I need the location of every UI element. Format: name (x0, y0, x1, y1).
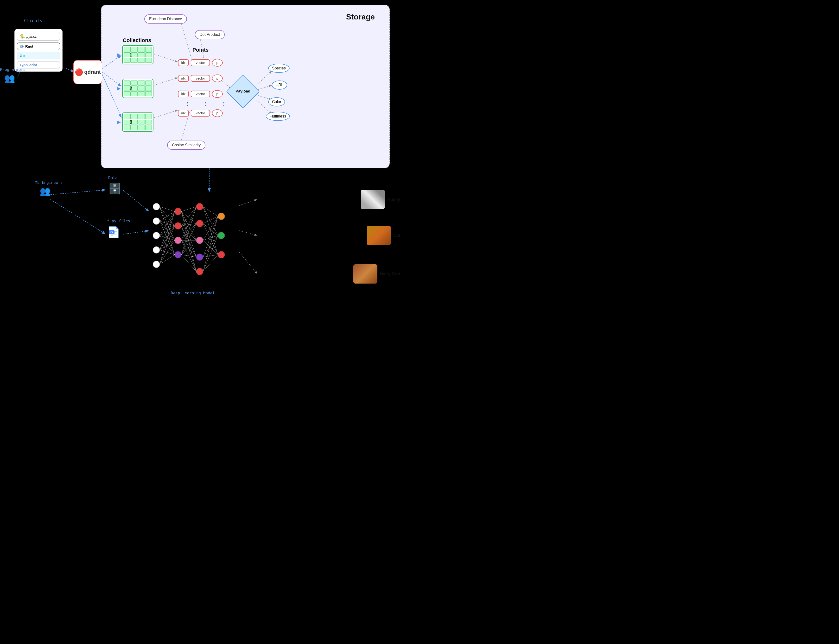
arrow-c2: ▶ (117, 86, 121, 91)
svg-point-34 (175, 237, 181, 244)
husky-image (361, 190, 385, 209)
ts-label: TypeScript (20, 63, 37, 67)
clients-panel: 🐍 python ⚙️ Rust Go TypeScript (15, 29, 63, 72)
storage-label: Storage (346, 13, 375, 21)
point-vector-1: vector (191, 59, 210, 66)
svg-point-38 (196, 237, 203, 244)
svg-line-44 (160, 207, 175, 212)
collection-2-grid (122, 79, 153, 98)
species-label: Species (272, 66, 286, 70)
grid-cell (131, 47, 138, 52)
svg-point-40 (196, 268, 203, 275)
grid-cell (131, 91, 138, 96)
neural-network (147, 187, 243, 284)
dot-2: ⋮ (203, 101, 208, 107)
svg-line-82 (181, 255, 196, 257)
svg-line-23 (123, 231, 149, 234)
svg-point-31 (153, 261, 160, 268)
clients-label: Clients (24, 18, 42, 23)
result-cow: Hairy Coo (353, 264, 400, 284)
svg-line-60 (160, 212, 175, 264)
point-p-4: p (212, 109, 223, 117)
point-row-2: idx vector p (178, 74, 223, 82)
payload-diamond: Payload (231, 79, 255, 104)
payload-fluffiness: Fluffiness (266, 112, 290, 121)
ml-engineers-label: ML Engineers (35, 180, 63, 185)
grid-cell (145, 58, 152, 63)
grid-cell (138, 91, 145, 96)
grid-cell (124, 58, 130, 63)
svg-line-70 (181, 223, 196, 226)
client-rust: ⚙️ Rust (17, 43, 60, 50)
collection-1-number: 1 (129, 52, 132, 58)
point-p-3: p (212, 90, 223, 98)
fluffiness-label: Fluffiness (270, 114, 286, 118)
py-files-label: *.py files (107, 219, 130, 223)
grid-cell (124, 114, 130, 119)
dot-3: ⋮ (221, 101, 226, 107)
euclidean-label: Euclidean Distance (149, 17, 182, 21)
dot-label: Dot Product (199, 33, 220, 36)
svg-line-20 (51, 190, 106, 195)
grid-cell (145, 114, 152, 119)
programmers-icon: 👥 (4, 73, 15, 84)
svg-line-91 (203, 235, 218, 240)
qdrant-box: 🔴 qdrant (73, 60, 102, 84)
grid-cell (145, 120, 152, 125)
grid-cell (138, 58, 145, 63)
svg-line-77 (181, 240, 196, 257)
svg-line-88 (203, 223, 218, 235)
point-row-1: idx vector p (178, 59, 223, 67)
grid-cell (131, 58, 138, 63)
svg-line-94 (203, 235, 218, 257)
arrow-c3: ▶ (117, 120, 121, 125)
cosine-metric: Cosine Similarity (167, 141, 205, 150)
grid-cell (124, 47, 130, 52)
py-badge: PY (109, 230, 114, 234)
grid-cell (124, 125, 130, 130)
svg-line-69 (181, 207, 196, 226)
grid-cell (138, 120, 145, 125)
client-go: Go (17, 52, 60, 59)
svg-point-32 (175, 208, 181, 215)
collection-3-wrapper: ▶ 3 (117, 112, 153, 132)
collection-1-wrapper: ▶ 1 (117, 45, 153, 64)
url-label: URL (276, 83, 284, 87)
svg-point-37 (196, 220, 203, 227)
svg-point-35 (175, 251, 181, 258)
rust-label: Rust (25, 44, 33, 48)
grid-cell (131, 114, 138, 119)
rust-icon: ⚙️ (20, 44, 24, 48)
grid-cell (138, 125, 145, 130)
collections-label: Collections (123, 37, 151, 43)
euclidean-metric: Euclidean Distance (144, 15, 187, 23)
grid-cell (145, 80, 152, 85)
grid-cell (124, 80, 130, 85)
svg-point-28 (153, 218, 160, 224)
grid-cell (145, 53, 152, 58)
grid-cell (131, 80, 138, 85)
grid-cell (124, 91, 130, 96)
color-label: Color (272, 100, 281, 104)
payload-species: Species (268, 64, 290, 73)
svg-line-22 (123, 190, 149, 212)
point-row-3: idx vector p (178, 90, 223, 98)
grid-cell (145, 47, 152, 52)
grid-cell (145, 91, 152, 96)
cat-label: Cat (393, 233, 400, 238)
svg-line-97 (203, 235, 218, 271)
svg-point-41 (218, 213, 225, 220)
grid-cell (138, 53, 145, 58)
collection-2-number: 2 (129, 85, 132, 92)
svg-point-43 (218, 251, 225, 258)
grid-cell (145, 125, 152, 130)
svg-line-95 (203, 255, 218, 257)
svg-point-39 (196, 254, 203, 261)
svg-point-30 (153, 246, 160, 253)
grid-cell (138, 47, 145, 52)
qdrant-logo: 🔴 qdrant (75, 68, 101, 76)
arrow-c1: ▶ (117, 52, 121, 58)
grid-cell (138, 80, 145, 85)
client-python: 🐍 python (17, 32, 60, 41)
point-idx-1: idx (178, 59, 189, 66)
